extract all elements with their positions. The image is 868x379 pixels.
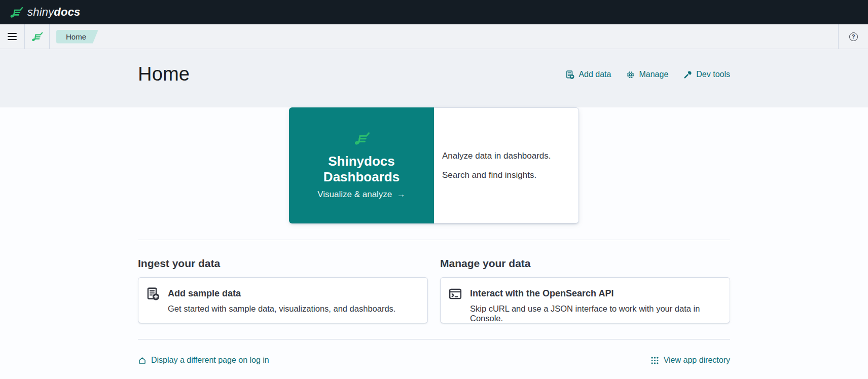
shinydocs-logo-icon bbox=[31, 31, 43, 42]
arrow-right-icon: → bbox=[397, 190, 406, 199]
breadcrumbs: Home bbox=[50, 24, 98, 49]
help-menu-button[interactable]: ? bbox=[839, 24, 868, 49]
overview-description-line: Analyze data in dashboards. bbox=[442, 150, 573, 162]
gear-icon bbox=[626, 70, 635, 79]
feature-card-title: Interact with the OpenSearch API bbox=[470, 287, 721, 300]
dev-tools-label: Dev tools bbox=[696, 70, 730, 79]
manage-button[interactable]: Manage bbox=[626, 70, 668, 79]
add-data-icon bbox=[566, 70, 574, 79]
footer-divider bbox=[138, 339, 730, 339]
section-heading-manage: Manage your data bbox=[440, 257, 730, 270]
visualize-analyze-link[interactable]: Visualize & analyze → bbox=[317, 190, 406, 200]
section-divider bbox=[138, 240, 730, 240]
apps-grid-icon bbox=[650, 356, 659, 365]
home-logo-button[interactable] bbox=[25, 24, 49, 49]
top-app-bar: shinydocs bbox=[0, 0, 868, 24]
breadcrumb-home-tab[interactable]: Home bbox=[56, 30, 98, 44]
dashboards-overview-card: Shinydocs Dashboards Visualize & analyze… bbox=[289, 107, 579, 223]
footer: Display a different page on log in View … bbox=[138, 356, 730, 365]
wrench-icon bbox=[683, 70, 692, 79]
dashboards-card-description-panel: Analyze data in dashboards. Search and f… bbox=[434, 107, 579, 223]
view-app-directory-link[interactable]: View app directory bbox=[650, 356, 730, 365]
brand-wordmark: shinydocs bbox=[27, 6, 81, 19]
hamburger-menu-icon bbox=[8, 33, 17, 34]
manage-data-section: Manage your data Interact with the OpenS… bbox=[440, 257, 730, 323]
view-app-directory-label: View app directory bbox=[664, 356, 730, 365]
manage-label: Manage bbox=[639, 70, 668, 79]
feature-card-description: Skip cURL and use a JSON interface to wo… bbox=[470, 304, 721, 323]
section-heading-ingest: Ingest your data bbox=[138, 257, 428, 270]
add-sample-data-card[interactable]: Add sample data Get started with sample … bbox=[138, 277, 428, 323]
main-content: Shinydocs Dashboards Visualize & analyze… bbox=[0, 107, 868, 365]
opensearch-api-card[interactable]: Interact with the OpenSearch API Skip cU… bbox=[440, 277, 730, 323]
page-title: Home bbox=[138, 63, 190, 85]
dashboards-card-title: Shinydocs Dashboards bbox=[289, 154, 434, 185]
toolbar: Home ? bbox=[0, 24, 868, 49]
overview-description-line: Search and find insights. bbox=[442, 169, 573, 181]
add-data-button[interactable]: Add data bbox=[566, 70, 611, 79]
toolbar-spacer bbox=[98, 24, 838, 49]
add-data-label: Add data bbox=[578, 70, 611, 79]
dev-tools-button[interactable]: Dev tools bbox=[683, 70, 730, 79]
add-sample-data-icon bbox=[147, 287, 160, 300]
change-home-route-label: Display a different page on log in bbox=[151, 356, 269, 365]
feature-card-title: Add sample data bbox=[168, 287, 395, 300]
shinydocs-logo-icon bbox=[353, 131, 370, 146]
feature-columns: Ingest your data Add sample data Get sta… bbox=[138, 257, 730, 323]
wordmark-light: shiny bbox=[27, 6, 54, 18]
hamburger-menu-button[interactable] bbox=[0, 24, 24, 49]
dashboards-card-cta-panel[interactable]: Shinydocs Dashboards Visualize & analyze… bbox=[289, 107, 434, 223]
home-icon bbox=[138, 356, 147, 365]
ingest-data-section: Ingest your data Add sample data Get sta… bbox=[138, 257, 428, 323]
change-home-route-link[interactable]: Display a different page on log in bbox=[138, 356, 269, 365]
help-icon: ? bbox=[849, 32, 858, 41]
shinydocs-logo-icon bbox=[9, 6, 23, 19]
header-actions: Add data Manage Dev tools bbox=[566, 68, 730, 81]
brand-logo[interactable]: shinydocs bbox=[9, 6, 81, 19]
wordmark-bold: docs bbox=[54, 6, 80, 18]
feature-card-description: Get started with sample data, visualizat… bbox=[168, 304, 395, 314]
console-icon bbox=[449, 287, 462, 300]
